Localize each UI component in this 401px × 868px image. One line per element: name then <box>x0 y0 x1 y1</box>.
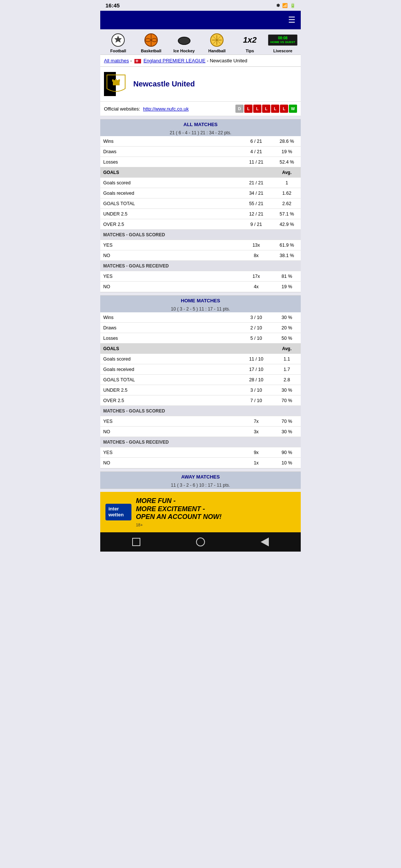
table-row: Wins 6 / 21 28.6 % <box>100 136 301 147</box>
ad-banner[interactable]: inter wetten MORE FUN - MORE EXCITEMENT … <box>100 492 301 532</box>
table-row: Goals scored 11 / 10 1.1 <box>100 354 301 364</box>
form-badge-l5: L <box>280 105 288 113</box>
table-row: NO 4x 19 % <box>100 282 301 292</box>
sidebar-item-livescore[interactable]: 08:08 HOME VS GUEST Livescore <box>272 32 294 53</box>
table-row: UNDER 2.5 12 / 21 57.1 % <box>100 209 301 219</box>
home-goals-header-row: GOALS Avg. <box>100 343 301 354</box>
ad-text: MORE FUN - MORE EXCITEMENT - OPEN AN ACC… <box>136 497 222 521</box>
status-bar: 16:45 ❄ 📶 🔋 <box>100 0 301 11</box>
svg-rect-19 <box>118 79 120 82</box>
ice-hockey-label: Ice Hockey <box>173 49 195 53</box>
svg-point-4 <box>178 37 190 45</box>
team-logo <box>104 72 128 96</box>
breadcrumb: All matches - England PREMIER LEAGUE - N… <box>100 55 301 67</box>
home-matches-subheader: 10 ( 3 - 2 - 5 ) 11 : 17 - 11 pts. <box>100 306 301 312</box>
tips-icon: 1x2 <box>243 35 257 45</box>
ad-logo: inter wetten <box>105 504 131 521</box>
basketball-label: Basketball <box>141 49 161 53</box>
sidebar-item-football[interactable]: Football <box>107 32 129 53</box>
goals-header-row: GOALS Avg. <box>100 167 301 178</box>
received-subheader-row: MATCHES - GOALS RECEIVED <box>100 261 301 271</box>
table-row: YES 9x 90 % <box>100 447 301 458</box>
team-header: Newcastle United <box>100 67 301 102</box>
table-row: Goals scored 21 / 21 1 <box>100 178 301 188</box>
sidebar-item-handball[interactable]: Handball <box>206 32 228 53</box>
all-matches-link[interactable]: All matches <box>104 58 129 63</box>
table-row: NO 3x 30 % <box>100 427 301 437</box>
table-row: Losses 11 / 21 52.4 % <box>100 157 301 167</box>
table-row: NO 1x 10 % <box>100 458 301 468</box>
table-row: YES 13x 61.9 % <box>100 240 301 250</box>
away-matches-section: AWAY MATCHES 11 ( 3 - 2 - 6 ) 10 : 17 - … <box>100 471 301 489</box>
form-badges: D L L L L L W <box>235 105 297 113</box>
stop-icon <box>132 538 140 546</box>
menu-button[interactable]: ☰ <box>288 15 296 25</box>
form-badge-l4: L <box>271 105 279 113</box>
form-badge-d: D <box>235 105 244 113</box>
table-row: GOALS TOTAL 28 / 10 2.8 <box>100 375 301 385</box>
table-row: Draws 4 / 21 19 % <box>100 147 301 157</box>
livescore-icon: 08:08 HOME VS GUEST <box>268 34 297 46</box>
form-badge-l1: L <box>244 105 252 113</box>
table-row: Goals received 17 / 10 1.7 <box>100 364 301 375</box>
table-row: NO 8x 38.1 % <box>100 250 301 261</box>
form-badge-w: W <box>289 105 297 113</box>
battery-icon: 🔋 <box>290 3 296 8</box>
home-button[interactable] <box>195 536 206 548</box>
official-site-label: Official websites: <box>104 106 140 112</box>
handball-icon <box>210 33 224 47</box>
table-row: UNDER 2.5 3 / 10 30 % <box>100 385 301 395</box>
back-button[interactable] <box>131 536 142 548</box>
table-row: YES 7x 70 % <box>100 416 301 427</box>
table-row: Draws 2 / 10 20 % <box>100 323 301 333</box>
scored-subheader-row: MATCHES - GOALS SCORED <box>100 230 301 240</box>
football-icon <box>111 33 125 47</box>
sidebar-item-basketball[interactable]: Basketball <box>140 32 162 53</box>
team-name-breadcrumb: Newcastle United <box>210 58 247 63</box>
table-row: YES 17x 81 % <box>100 271 301 282</box>
svg-rect-18 <box>115 79 117 82</box>
table-row: OVER 2.5 7 / 10 70 % <box>100 395 301 406</box>
back-nav-button[interactable] <box>259 536 270 548</box>
football-label: Football <box>110 49 126 53</box>
back-icon <box>261 537 269 546</box>
all-matches-header: ALL MATCHES <box>100 119 301 129</box>
tips-label: Tips <box>246 49 254 53</box>
all-matches-subheader: 21 ( 6 - 4 - 11 ) 21 : 34 - 22 pts. <box>100 129 301 136</box>
table-row: Goals received 34 / 21 1.62 <box>100 188 301 198</box>
official-site-row: Official websites: http://www.nufc.co.uk… <box>100 102 301 116</box>
home-received-subheader: MATCHES - GOALS RECEIVED <box>100 437 301 447</box>
away-matches-subheader: 11 ( 3 - 2 - 6 ) 10 : 17 - 11 pts. <box>100 482 301 489</box>
table-row: Wins 3 / 10 30 % <box>100 312 301 323</box>
away-matches-header: AWAY MATCHES <box>100 472 301 482</box>
home-scored-subheader: MATCHES - GOALS SCORED <box>100 406 301 416</box>
sport-nav: Football Basketball Ice Hockey <box>100 29 301 55</box>
svg-rect-13 <box>106 72 110 96</box>
handball-label: Handball <box>208 49 225 53</box>
home-icon <box>196 537 205 546</box>
bottom-nav <box>100 532 301 552</box>
england-flag <box>134 59 141 63</box>
official-site-link[interactable]: http://www.nufc.co.uk <box>143 106 189 112</box>
all-matches-section: ALL MATCHES 21 ( 6 - 4 - 11 ) 21 : 34 - … <box>100 119 301 292</box>
league-link[interactable]: England PREMIER LEAGUE <box>143 58 205 63</box>
table-row: Losses 5 / 10 50 % <box>100 333 301 343</box>
top-nav: ☰ <box>100 11 301 29</box>
livescore-label: Livescore <box>273 49 292 53</box>
form-badge-l3: L <box>262 105 270 113</box>
status-icons: ❄ 📶 🔋 <box>276 3 296 8</box>
table-row: OVER 2.5 9 / 21 42.9 % <box>100 219 301 230</box>
home-matches-section: HOME MATCHES 10 ( 3 - 2 - 5 ) 11 : 17 - … <box>100 295 301 468</box>
svg-rect-17 <box>112 79 114 82</box>
sidebar-item-tips[interactable]: 1x2 Tips <box>239 32 261 53</box>
status-time: 16:45 <box>105 2 120 9</box>
form-badge-l2: L <box>253 105 261 113</box>
team-name: Newcastle United <box>133 80 195 88</box>
home-matches-header: HOME MATCHES <box>100 296 301 306</box>
basketball-icon <box>144 33 158 47</box>
bluetooth-icon: ❄ <box>276 3 280 8</box>
hockey-icon <box>177 35 191 45</box>
signal-icon: 📶 <box>282 3 288 8</box>
sidebar-item-ice-hockey[interactable]: Ice Hockey <box>173 32 195 53</box>
ad-age-label: 18+ <box>136 523 222 527</box>
